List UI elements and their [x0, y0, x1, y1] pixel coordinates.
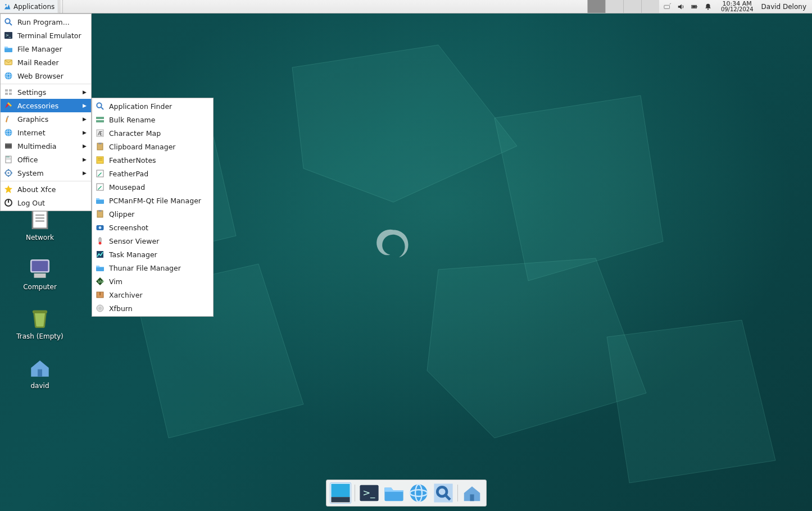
menu-graphics[interactable]: Graphics ▶ [1, 112, 91, 126]
office-icon [4, 155, 13, 164]
workspace-switcher[interactable] [587, 0, 659, 13]
editor-icon [96, 169, 105, 178]
terminal-icon [4, 31, 13, 40]
workspace-4[interactable] [641, 0, 659, 13]
desktop-icon-home[interactable]: david [15, 356, 65, 390]
menu-item-label: Mail Reader [17, 58, 59, 67]
submenu-character-map[interactable]: Character Map [92, 126, 213, 140]
applications-menu-label: Applications [13, 3, 55, 11]
graphics-icon [4, 115, 13, 124]
user-name-label: David Delony [761, 3, 806, 11]
dock-terminal[interactable] [359, 482, 380, 504]
menu-run-program[interactable]: Run Program... [1, 15, 91, 29]
menu-item-label: Log Out [17, 199, 45, 207]
dock-home-folder[interactable] [461, 482, 483, 504]
menu-item-label: Internet [17, 129, 46, 137]
desktop-icon-label: Computer [23, 283, 57, 291]
dock-show-desktop[interactable] [330, 482, 351, 504]
menu-about-xfce[interactable]: About Xfce [1, 182, 91, 196]
charmap-icon [96, 129, 105, 138]
submenu-vim[interactable]: Vim [92, 275, 213, 288]
folder-icon [4, 44, 13, 53]
notes-icon [96, 156, 105, 165]
submenu-item-label: Character Map [109, 129, 161, 138]
menu-system[interactable]: System ▶ [1, 166, 91, 180]
menu-separator [1, 84, 91, 84]
menu-office[interactable]: Office ▶ [1, 153, 91, 166]
submenu-arrow-icon: ▶ [83, 143, 87, 149]
mail-icon [4, 58, 13, 67]
submenu-xarchiver[interactable]: Xarchiver [92, 288, 213, 302]
desktop-icon-computer[interactable]: Computer [15, 257, 65, 291]
menu-item-label: Office [17, 156, 38, 164]
submenu-item-label: FeatherPad [109, 170, 148, 178]
menu-item-label: Web Browser [17, 72, 63, 80]
submenu-feathernotes[interactable]: FeatherNotes [92, 153, 213, 167]
desktop-icons: Network Computer Trash (Empty) david [15, 208, 65, 390]
submenu-task-manager[interactable]: Task Manager [92, 248, 213, 261]
submenu-item-label: Thunar File Manager [109, 264, 181, 272]
user-menu[interactable]: David Delony [758, 3, 812, 11]
applications-menu-button[interactable]: Applications [0, 0, 58, 13]
submenu-item-label: Vim [109, 277, 123, 286]
submenu-mousepad[interactable]: Mousepad [92, 180, 213, 194]
dock-web-browser[interactable] [408, 482, 429, 504]
menu-item-label: Graphics [17, 115, 48, 124]
tablet-tray-icon[interactable] [664, 3, 672, 11]
clock[interactable]: 10:34 AM 09/12/2024 [716, 1, 758, 12]
menu-internet[interactable]: Internet ▶ [1, 126, 91, 139]
submenu-item-label: Clipboard Manager [109, 143, 175, 151]
vim-icon [96, 277, 105, 286]
search-icon [4, 17, 13, 26]
svg-marker-71 [607, 320, 775, 483]
menu-item-label: Settings [17, 88, 46, 97]
menu-multimedia[interactable]: Multimedia ▶ [1, 139, 91, 153]
menu-web-browser[interactable]: Web Browser [1, 69, 91, 83]
submenu-item-label: Task Manager [109, 250, 157, 259]
workspace-2[interactable] [605, 0, 623, 13]
menu-log-out[interactable]: Log Out [1, 196, 91, 209]
submenu-item-label: Sensor Viewer [109, 237, 159, 245]
qlipper-icon [96, 209, 105, 218]
menu-settings[interactable]: Settings ▶ [1, 85, 91, 99]
submenu-item-label: PCManFM-Qt File Manager [109, 197, 201, 205]
submenu-item-label: Screenshot [109, 223, 148, 232]
dock-file-manager[interactable] [383, 482, 405, 504]
submenu-screenshot[interactable]: Screenshot [92, 221, 213, 234]
dock-app-finder[interactable] [433, 482, 454, 504]
workspace-3[interactable] [623, 0, 641, 13]
submenu-xfburn[interactable]: Xfburn [92, 302, 213, 315]
notifications-tray-icon[interactable] [704, 3, 712, 11]
menu-file-manager[interactable]: File Manager [1, 42, 91, 56]
search-icon [96, 102, 105, 111]
submenu-sensor-viewer[interactable]: Sensor Viewer [92, 234, 213, 248]
submenu-qlipper[interactable]: Qlipper [92, 207, 213, 221]
submenu-clipboard-manager[interactable]: Clipboard Manager [92, 140, 213, 153]
menu-terminal[interactable]: Terminal Emulator [1, 29, 91, 42]
workspace-1[interactable] [587, 0, 605, 13]
desktop-icon-label: Trash (Empty) [16, 332, 63, 340]
battery-tray-icon[interactable] [691, 3, 698, 11]
panel-separator [60, 0, 63, 13]
submenu-thunar[interactable]: Thunar File Manager [92, 261, 213, 275]
desktop-icon-network[interactable]: Network [15, 208, 65, 241]
archive-icon [96, 290, 105, 299]
menu-accessories[interactable]: Accessories ▶ [1, 99, 91, 112]
menu-mail[interactable]: Mail Reader [1, 56, 91, 69]
clock-date: 09/12/2024 [721, 7, 754, 12]
submenu-item-label: Mousepad [109, 183, 145, 191]
rename-icon [96, 115, 105, 124]
submenu-bulk-rename[interactable]: Bulk Rename [92, 113, 213, 126]
submenu-pcmanfm[interactable]: PCManFM-Qt File Manager [92, 194, 213, 207]
submenu-featherpad[interactable]: FeatherPad [92, 167, 213, 180]
submenu-application-finder[interactable]: Application Finder [92, 99, 213, 113]
submenu-item-label: Qlipper [109, 210, 134, 218]
desktop-icon-trash[interactable]: Trash (Empty) [15, 307, 65, 340]
menu-item-label: Accessories [17, 102, 58, 110]
submenu-arrow-icon: ▶ [83, 130, 87, 135]
svg-marker-68 [495, 95, 663, 281]
svg-marker-67 [292, 45, 517, 202]
menu-item-label: Multimedia [17, 142, 57, 150]
taskmanager-icon [96, 250, 105, 259]
volume-tray-icon[interactable] [677, 3, 685, 11]
